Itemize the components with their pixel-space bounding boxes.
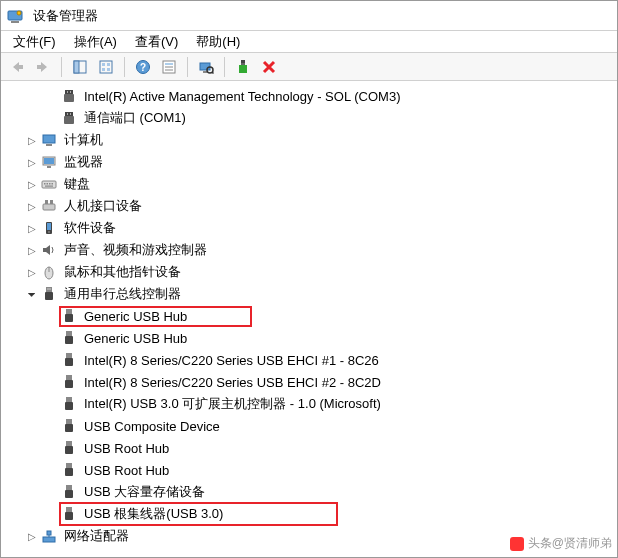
- usb-device-icon: [61, 352, 77, 368]
- highlight-box: Generic USB Hub: [59, 306, 252, 327]
- svg-rect-26: [65, 112, 73, 116]
- menu-help[interactable]: 帮助(H): [188, 31, 248, 53]
- tree-item-usb[interactable]: Generic USB Hub: [13, 305, 617, 327]
- expand-icon[interactable]: ▷: [25, 155, 39, 169]
- svg-rect-17: [203, 71, 207, 73]
- svg-rect-53: [66, 309, 72, 314]
- tree-item-label: USB Root Hub: [81, 462, 172, 479]
- svg-rect-66: [65, 446, 73, 454]
- tree-category-computer[interactable]: ▷ 计算机: [13, 129, 617, 151]
- svg-rect-73: [43, 537, 55, 542]
- tree-item-label: USB 根集线器(USB 3.0): [81, 504, 226, 524]
- expand-icon[interactable]: ▷: [25, 243, 39, 257]
- usb-device-icon: [61, 374, 77, 390]
- tree-item-usb[interactable]: USB Root Hub: [13, 459, 617, 481]
- highlight-box: USB 根集线器(USB 3.0): [59, 502, 338, 526]
- svg-rect-64: [65, 424, 73, 432]
- svg-rect-49: [46, 287, 52, 292]
- tree-item-label: 声音、视频和游戏控制器: [61, 240, 210, 260]
- svg-text:?: ?: [140, 62, 146, 73]
- window-titlebar: 设备管理器: [1, 1, 617, 31]
- svg-rect-60: [65, 380, 73, 388]
- usb-device-icon: [61, 506, 77, 522]
- svg-rect-36: [44, 183, 46, 185]
- toolbar-separator: [224, 57, 225, 77]
- tree-item-usb[interactable]: USB 根集线器(USB 3.0): [13, 503, 617, 525]
- svg-rect-29: [70, 113, 71, 115]
- hid-icon: [41, 198, 57, 214]
- tree-item-usb[interactable]: Intel(R) 8 Series/C220 Series USB EHCI #…: [13, 349, 617, 371]
- tree-item-usb[interactable]: USB 大容量存储设备: [13, 481, 617, 503]
- uninstall-button[interactable]: [257, 55, 281, 79]
- tree-item-label: USB 大容量存储设备: [81, 482, 208, 502]
- tree-item-label: Generic USB Hub: [81, 308, 190, 325]
- svg-rect-59: [66, 375, 72, 380]
- svg-rect-71: [66, 507, 72, 512]
- tree-item-usb[interactable]: USB Composite Device: [13, 415, 617, 437]
- tree-item[interactable]: 通信端口 (COM1): [13, 107, 617, 129]
- sound-icon: [41, 242, 57, 258]
- tree-category-mouse[interactable]: ▷ 鼠标和其他指针设备: [13, 261, 617, 283]
- tree-item-usb[interactable]: USB Root Hub: [13, 437, 617, 459]
- svg-rect-42: [45, 200, 48, 204]
- svg-rect-61: [66, 397, 72, 402]
- help-button[interactable]: ?: [131, 55, 155, 79]
- menu-action[interactable]: 操作(A): [66, 31, 125, 53]
- window-title: 设备管理器: [33, 7, 98, 25]
- svg-rect-5: [100, 61, 112, 73]
- toolbar-separator: [124, 57, 125, 77]
- menu-view[interactable]: 查看(V): [127, 31, 186, 53]
- expand-icon[interactable]: ▷: [25, 177, 39, 191]
- expand-icon[interactable]: ▷: [25, 133, 39, 147]
- tree-item-usb[interactable]: Intel(R) USB 3.0 可扩展主机控制器 - 1.0 (Microso…: [13, 393, 617, 415]
- tree-item-label: 键盘: [61, 174, 93, 194]
- toolbar-separator: [61, 57, 62, 77]
- expand-icon[interactable]: ▷: [25, 529, 39, 543]
- svg-rect-55: [66, 331, 72, 336]
- keyboard-icon: [41, 176, 57, 192]
- svg-rect-40: [45, 186, 53, 187]
- tree-category-software[interactable]: ▷ 软件设备: [13, 217, 617, 239]
- view-options-button[interactable]: [94, 55, 118, 79]
- usb-device-icon: [61, 330, 77, 346]
- tree-category-sound[interactable]: ▷ 声音、视频和游戏控制器: [13, 239, 617, 261]
- svg-point-46: [48, 231, 50, 233]
- usb-device-icon: [61, 308, 77, 324]
- scan-hardware-button[interactable]: [194, 55, 218, 79]
- watermark: 头条@贤清师弟: [510, 535, 612, 552]
- tree-item-label: Intel(R) Active Management Technology - …: [81, 88, 403, 105]
- back-button[interactable]: [5, 55, 29, 79]
- properties-button[interactable]: [157, 55, 181, 79]
- svg-rect-56: [65, 336, 73, 344]
- svg-rect-39: [52, 183, 54, 185]
- svg-rect-22: [65, 90, 73, 94]
- svg-rect-9: [107, 68, 110, 71]
- forward-button[interactable]: [31, 55, 55, 79]
- expand-icon[interactable]: ▷: [25, 221, 39, 235]
- expand-icon[interactable]: ▷: [25, 265, 39, 279]
- tree-item[interactable]: Intel(R) Active Management Technology - …: [13, 85, 617, 107]
- tree-category-monitor[interactable]: ▷ 监视器: [13, 151, 617, 173]
- enable-button[interactable]: [231, 55, 255, 79]
- tree-item-usb[interactable]: Intel(R) 8 Series/C220 Series USB EHCI #…: [13, 371, 617, 393]
- show-hide-console-tree-button[interactable]: [68, 55, 92, 79]
- svg-rect-8: [102, 68, 105, 71]
- svg-rect-25: [70, 91, 71, 93]
- svg-rect-51: [48, 288, 49, 290]
- device-tree[interactable]: Intel(R) Active Management Technology - …: [1, 81, 617, 555]
- collapse-icon[interactable]: ⏷: [25, 287, 39, 301]
- computer-icon: [41, 132, 57, 148]
- tree-category-usb[interactable]: ⏷ 通用串行总线控制器: [13, 283, 617, 305]
- expand-icon[interactable]: ▷: [25, 199, 39, 213]
- tree-item-label: 监视器: [61, 152, 106, 172]
- tree-item-label: 通用串行总线控制器: [61, 284, 184, 304]
- tree-category-hid[interactable]: ▷ 人机接口设备: [13, 195, 617, 217]
- watermark-icon: [510, 537, 524, 551]
- svg-rect-33: [44, 158, 54, 164]
- usb-device-icon: [61, 440, 77, 456]
- menu-file[interactable]: 文件(F): [5, 31, 64, 53]
- tree-category-keyboard[interactable]: ▷ 键盘: [13, 173, 617, 195]
- tree-item-usb[interactable]: Generic USB Hub: [13, 327, 617, 349]
- svg-rect-1: [11, 21, 19, 23]
- tree-item-label: Generic USB Hub: [81, 330, 190, 347]
